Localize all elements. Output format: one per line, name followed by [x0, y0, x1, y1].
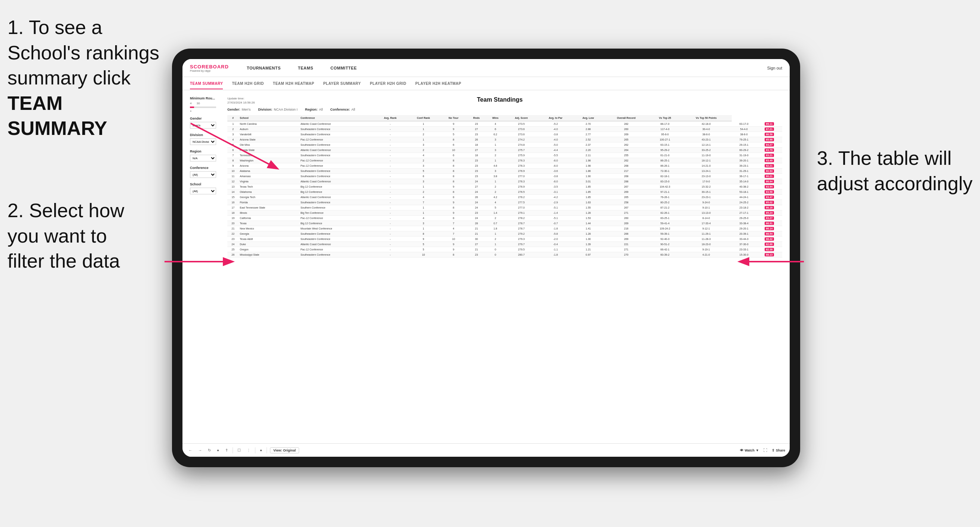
sign-out-link[interactable]: Sign out [767, 66, 782, 70]
score-badge: 85.24 [765, 211, 774, 214]
nav-teams[interactable]: TEAMS [295, 64, 316, 72]
instruction-1: 1. To see a School's rankings summary cl… [8, 15, 164, 141]
watch-label: Watch [745, 449, 754, 452]
sub-nav-team-h2h-grid[interactable]: TEAM H2H GRID [232, 78, 264, 89]
content-layout: Minimum Rou... 4 30 ● Gender [190, 97, 782, 257]
col-avg-low: Avg. Low [573, 115, 603, 121]
share-icon: ⇪ [772, 449, 775, 452]
filter-group-school: School (All) [190, 183, 220, 194]
update-value: 27/03/2024 16:56:26 [228, 101, 255, 104]
table-row: 26Mississippi StateSoutheastern Conferen… [228, 252, 782, 257]
toolbar-home[interactable]: ● [215, 448, 221, 453]
score-badge: 82.21 [765, 164, 774, 167]
sub-nav-player-summary[interactable]: PLAYER SUMMARY [323, 78, 361, 89]
toolbar-sep-3 [267, 448, 267, 453]
score-badge: 86.14 [765, 227, 774, 230]
table-row: 6Florida StateAtlantic Coast Conference-… [228, 148, 782, 153]
score-badge: 83.21 [765, 154, 774, 157]
filter-region-select[interactable]: N/A [190, 155, 216, 162]
nav-tournaments[interactable]: TOURNAMENTS [244, 64, 284, 72]
instruction-2-line2: you want to [8, 225, 107, 247]
filter-conference-select[interactable]: (All) [190, 171, 216, 178]
filter-division-label-display: Division: [258, 108, 272, 111]
col-avg-rank: Avg. Rank [374, 115, 407, 121]
table-row: 11ArkansasSoutheastern Conference-68233.… [228, 174, 782, 179]
top-nav: SCOREBOARD Powered by clippi TOURNAMENTS… [183, 59, 790, 77]
filter-tag-gender: Gender: Men's [228, 108, 250, 111]
filter-min-rou-range: 4 30 [190, 102, 220, 105]
toolbar-back[interactable]: ← [187, 448, 194, 453]
toolbar-forward[interactable]: → [197, 448, 204, 453]
col-rnds: Rnds [467, 115, 486, 121]
filter-group-region: Region N/A [190, 149, 220, 162]
table-row: 14OklahomaBig 12 Conference-28242276.5-3… [228, 189, 782, 195]
table-row: 17East Tennessee StateSouthern Conferenc… [228, 205, 782, 210]
table-row: 7TennesseeSoutheastern Conference-461822… [228, 153, 782, 158]
table-title: Team Standings [255, 97, 745, 103]
standings-table: # School Conference Avg. Rank Conf Rank … [228, 115, 782, 257]
col-adj-score: Adj. Score [505, 115, 538, 121]
table-row: 15Georgia TechAtlantic Coast Conference-… [228, 195, 782, 200]
instruction-2-line1: 2. Select how [8, 200, 124, 221]
score-badge: 83.79 [765, 148, 774, 152]
sub-nav-player-h2h-grid[interactable]: PLAYER H2H GRID [370, 78, 406, 89]
filter-row: Gender: Men's Division: NCAA Division I … [228, 108, 782, 111]
filters-panel: Minimum Rou... 4 30 ● Gender [190, 97, 220, 257]
table-header-row: Update time: 27/03/2024 16:56:26 Team St… [228, 97, 782, 105]
instruction-1-bold: TEAM SUMMARY [8, 92, 107, 140]
filter-division-value-display: NCAA Division I [274, 108, 298, 111]
sub-nav-team-summary[interactable]: TEAM SUMMARY [190, 78, 223, 89]
col-vs-top50-pts: Vs Top 50 Points [681, 115, 732, 121]
bottom-toolbar: ← → ↻ ● ⇑ ☐ ⋮ ● View: Original 👁 Watch ▼… [183, 443, 790, 457]
share-button[interactable]: ⇪ Share [772, 449, 785, 452]
filter-gender-select[interactable]: Men's [190, 122, 216, 129]
filter-group-min-rou: Minimum Rou... 4 30 ● [190, 97, 220, 112]
logo-sub: Powered by clippi [190, 70, 229, 72]
update-label: Update time: [228, 97, 244, 100]
filter-gender-value-display: Men's [242, 108, 251, 111]
instruction-3-line1: 3. The table will [817, 147, 951, 169]
toolbar-share-small[interactable]: ⇑ [224, 448, 229, 453]
filter-min-rou-value: 4 [190, 102, 191, 105]
instruction-3: 3. The table will adjust accordingly [817, 146, 972, 196]
score-badge: 80.94 [765, 169, 774, 173]
filter-school-select[interactable]: (All) [190, 187, 216, 194]
table-row: 2AuburnSoutheastern Conference-19276273.… [228, 127, 782, 132]
filter-conference-label: Conference [190, 166, 220, 170]
nav-committee[interactable]: COMMITTEE [328, 64, 360, 72]
table-row: 13Texas TechBig 12 Conference-19272276.9… [228, 184, 782, 189]
main-content: Minimum Rou... 4 30 ● Gender [183, 90, 790, 443]
sub-nav-team-h2h-heatmap[interactable]: TEAM H2H HEATMAP [273, 78, 315, 89]
filter-gender-label: Gender [190, 117, 220, 121]
toolbar-time[interactable]: ● [258, 448, 264, 453]
table-row: 24DukeAtlantic Coast Conference-59271279… [228, 242, 782, 247]
table-row: 16FloridaSoutheastern Conference-7924427… [228, 200, 782, 205]
col-no-tour: No Tour [441, 115, 467, 121]
watch-button[interactable]: 👁 Watch ▼ [740, 449, 759, 452]
col-overall-record: Overall Record [603, 115, 649, 121]
score-badge: 86.16 [765, 206, 774, 209]
view-original-button[interactable]: View: Original [270, 448, 299, 453]
score-badge: 86.58 [765, 133, 774, 136]
score-badge: 88.42 [765, 237, 774, 241]
filter-group-division: Division NCAA Division I [190, 133, 220, 145]
col-conf-rank: Conf Rank [407, 115, 441, 121]
instruction-2-line3: filter the data [8, 250, 120, 272]
toolbar-bookmark[interactable]: ☐ [236, 448, 242, 453]
score-badge: 83.49 [765, 159, 774, 162]
toolbar-history[interactable]: ⋮ [245, 448, 252, 453]
score-badge: 85.02 [765, 201, 774, 204]
tablet-screen: SCOREBOARD Powered by clippi TOURNAMENTS… [183, 59, 790, 457]
score-badge: 89.11 [765, 122, 774, 125]
filter-tag-region: Region: All [305, 108, 323, 111]
sub-nav-player-h2h-heatmap[interactable]: PLAYER H2H HEATMAP [415, 78, 461, 89]
table-row: 22GeorgiaSoutheastern Conference-8721127… [228, 231, 782, 237]
filter-division-select[interactable]: NCAA Division I [190, 138, 216, 145]
filter-min-rou-slider[interactable] [190, 106, 216, 108]
filter-tag-conference: Conference: All [330, 108, 355, 111]
logo-area: SCOREBOARD Powered by clippi [190, 64, 229, 72]
table-row: 8WashingtonPac-12 Conference-28231276.3-… [228, 158, 782, 163]
toolbar-reload[interactable]: ↻ [207, 448, 212, 453]
toolbar-expand[interactable]: ⛶ [762, 448, 769, 453]
col-avg-par: Avg. to Par [538, 115, 573, 121]
